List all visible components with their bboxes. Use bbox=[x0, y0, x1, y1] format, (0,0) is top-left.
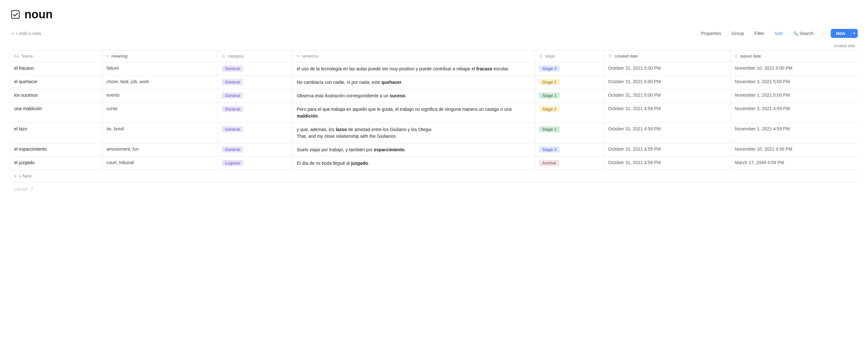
stage-col-label: stage bbox=[545, 54, 555, 58]
page-icon bbox=[10, 9, 21, 20]
cell-created-date: October 31, 2021 4:59 PM bbox=[604, 102, 731, 123]
page-title: noun bbox=[24, 8, 53, 21]
table-row[interactable]: el esparcimientoamusement, funGeneralSue… bbox=[10, 143, 858, 156]
cell-category: General bbox=[218, 143, 293, 156]
cell-repeat-date: March 17, 2049 4:59 PM bbox=[731, 156, 858, 170]
search-button[interactable]: 🔍 Search bbox=[790, 30, 816, 37]
cell-sentence: y que, además, los lazos de amistad entr… bbox=[293, 123, 535, 143]
stage-badge: Archive bbox=[539, 160, 559, 166]
cell-sentence: Observa esta ilustración correspondiente… bbox=[293, 89, 535, 102]
col-header-meaning[interactable]: ≡ meaning bbox=[102, 51, 218, 62]
category-badge: Lugares bbox=[222, 160, 243, 166]
table-row[interactable]: el fracasofailureGeneralel uso de la tec… bbox=[10, 62, 858, 76]
table-row[interactable]: el juzgadocourt, tribunalLugaresEl día d… bbox=[10, 156, 858, 170]
created-col-icon: ⏱ bbox=[608, 54, 612, 58]
table-row[interactable]: el quehacerchore, task, job, workGeneral… bbox=[10, 76, 858, 89]
sentence-col-label: sentence bbox=[302, 54, 319, 58]
properties-button[interactable]: Properties bbox=[698, 30, 724, 37]
sort-indicator: created date bbox=[10, 43, 858, 49]
col-header-repeat-date[interactable]: Σ repeat date bbox=[731, 51, 858, 62]
stage-badge: Stage 1 bbox=[539, 92, 560, 99]
name-col-icon: Aa bbox=[14, 54, 19, 58]
add-new-row[interactable]: + + New bbox=[10, 170, 858, 182]
cell-sentence: El día de mi boda llegué al juzgado. bbox=[293, 156, 535, 170]
new-button[interactable]: New bbox=[831, 29, 850, 38]
cell-created-date: October 31, 2021 4:59 PM bbox=[604, 143, 731, 156]
svg-rect-0 bbox=[11, 10, 19, 18]
add-view-button[interactable]: + + Add a view bbox=[10, 30, 42, 37]
stage-badge: Stage 1 bbox=[539, 126, 560, 132]
col-header-category[interactable]: ◎ category bbox=[218, 51, 293, 62]
new-button-group: New ▾ bbox=[831, 29, 858, 38]
cell-name: el juzgado bbox=[10, 156, 102, 170]
stage-badge: Stage 2 bbox=[539, 79, 560, 85]
meaning-col-label: meaning bbox=[112, 54, 127, 58]
search-label: Search bbox=[800, 31, 814, 36]
cell-stage: Archive bbox=[535, 156, 604, 170]
cell-sentence: No cambiaría con nadie, ni por nada, est… bbox=[293, 76, 535, 89]
cell-name: el quehacer bbox=[10, 76, 102, 89]
more-options[interactable]: ··· bbox=[822, 31, 826, 36]
sort-button[interactable]: Sort bbox=[772, 30, 785, 37]
stage-col-icon: ◎ bbox=[539, 54, 542, 58]
add-view-label: + Add a view bbox=[16, 31, 41, 36]
cell-meaning: failure bbox=[102, 62, 218, 76]
cell-category: Lugares bbox=[218, 156, 293, 170]
cell-meaning: tie, bond bbox=[102, 123, 218, 143]
category-badge: General bbox=[222, 79, 243, 85]
col-header-stage[interactable]: ◎ stage bbox=[535, 51, 604, 62]
group-button[interactable]: Group bbox=[729, 30, 747, 37]
category-badge: General bbox=[222, 92, 243, 99]
cell-name: los sucesos bbox=[10, 89, 102, 102]
cell-category: General bbox=[218, 123, 293, 143]
stage-badge: Stage 3 bbox=[539, 146, 560, 153]
category-col-label: category bbox=[228, 54, 244, 58]
new-button-chevron[interactable]: ▾ bbox=[850, 29, 858, 37]
cell-name: una maldición bbox=[10, 102, 102, 123]
category-badge: General bbox=[222, 106, 243, 112]
cell-name: el fracaso bbox=[10, 62, 102, 76]
filter-button[interactable]: Filter bbox=[752, 30, 767, 37]
cell-meaning: amusement, fun bbox=[102, 143, 218, 156]
table-row[interactable]: el lazotie, bondGeneraly que, además, lo… bbox=[10, 123, 858, 143]
cell-sentence: Pero para el que trabaja en aquello que … bbox=[293, 102, 535, 123]
col-header-name[interactable]: Aa Name bbox=[10, 51, 102, 62]
col-header-sentence[interactable]: ≡ sentence bbox=[293, 51, 535, 62]
cell-meaning: events bbox=[102, 89, 218, 102]
sentence-col-icon: ≡ bbox=[297, 54, 299, 58]
cell-created-date: October 31, 2021 5:00 PM bbox=[604, 76, 731, 89]
repeat-col-label: repeat date bbox=[740, 54, 761, 58]
table-row[interactable]: una maldicióncurseGeneralPero para el qu… bbox=[10, 102, 858, 123]
plus-icon: + bbox=[11, 31, 14, 36]
cell-category: General bbox=[218, 102, 293, 123]
cell-category: General bbox=[218, 89, 293, 102]
properties-label: Properties bbox=[701, 31, 721, 36]
cell-stage: Stage 2 bbox=[535, 102, 604, 123]
count-label: COUNT bbox=[14, 187, 29, 191]
add-new-label: + New bbox=[19, 174, 31, 179]
col-header-created-date[interactable]: ⏱ created date bbox=[604, 51, 731, 62]
cell-created-date: October 31, 2021 4:59 PM bbox=[604, 156, 731, 170]
cell-meaning: chore, task, job, work bbox=[102, 76, 218, 89]
cell-created-date: October 31, 2021 5:00 PM bbox=[604, 62, 731, 76]
cell-repeat-date: November 3, 2021 5:00 PM bbox=[731, 76, 858, 89]
cell-created-date: October 31, 2021 4:59 PM bbox=[604, 123, 731, 143]
cell-meaning: curse bbox=[102, 102, 218, 123]
category-badge: General bbox=[222, 146, 243, 153]
cell-stage: Stage 3 bbox=[535, 143, 604, 156]
category-col-icon: ◎ bbox=[222, 54, 225, 58]
search-icon: 🔍 bbox=[793, 31, 798, 36]
cell-category: General bbox=[218, 76, 293, 89]
data-table: Aa Name ≡ meaning ◎ category ≡ sentence bbox=[10, 50, 858, 197]
table-row[interactable]: los sucesoseventsGeneralObserva esta ilu… bbox=[10, 89, 858, 102]
cell-sentence: Suelo viajar por trabajo, y también por … bbox=[293, 143, 535, 156]
cell-repeat-date: November 10, 2021 5:00 PM bbox=[731, 62, 858, 76]
category-badge: General bbox=[222, 126, 243, 132]
cell-repeat-date: November 3, 2021 4:59 PM bbox=[731, 102, 858, 123]
cell-repeat-date: November 1, 2021 5:00 PM bbox=[731, 89, 858, 102]
stage-badge: Stage 2 bbox=[539, 106, 560, 112]
cell-name: el esparcimiento bbox=[10, 143, 102, 156]
repeat-col-icon: Σ bbox=[735, 54, 737, 58]
cell-meaning: court, tribunal bbox=[102, 156, 218, 170]
sort-label: Sort bbox=[775, 31, 783, 36]
